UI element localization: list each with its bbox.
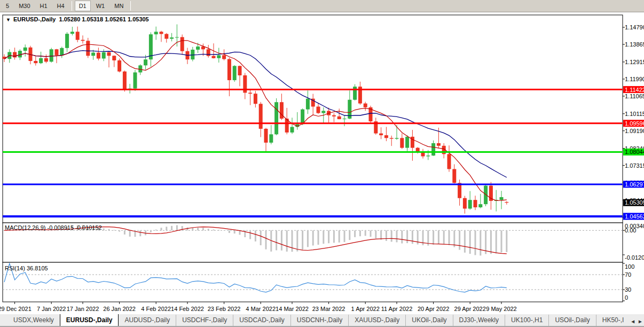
tab-usoil-daily[interactable]: USOil-,Daily [548,315,595,326]
toolbar-separator [130,1,131,11]
svg-text:1.12915: 1.12915 [625,59,644,65]
svg-text:26 Jan 2022: 26 Jan 2022 [103,306,136,312]
tab-hk50-i[interactable]: HK50-,I [596,315,630,326]
tab-usdchf-daily[interactable]: USDCHF-,Daily [176,315,233,326]
svg-text:14 Mar 2022: 14 Mar 2022 [276,306,309,312]
svg-text:70: 70 [625,271,631,278]
svg-text:1.07315: 1.07315 [625,162,644,169]
svg-text:1.04562: 1.04562 [625,213,644,220]
symbol-tab-bar: USDX,WeeklyEURUSD-,DailyAUDUSD-,DailyUSD… [0,314,644,327]
tab-dj30-weekly[interactable]: DJ30-,Weekly [453,315,505,326]
svg-text:4 Feb 2022: 4 Feb 2022 [141,306,171,312]
svg-text:1.05305: 1.05305 [625,199,644,206]
chart-panels [3,15,623,302]
timeframe-button-5[interactable]: 5 [2,1,13,11]
tab-usdcad-daily[interactable]: USDCAD-,Daily [233,315,290,326]
tab-scroll-right-button[interactable]: ► [638,318,643,324]
svg-text:14 Feb 2022: 14 Feb 2022 [171,306,204,312]
svg-text:-0.01205: -0.01205 [625,254,644,261]
chart-window[interactable]: 1.147901.138651.129151.119901.110651.101… [0,12,644,314]
tab-ukoil-daily[interactable]: UKOil-,Daily [405,315,452,326]
svg-text:17 Jan 2022: 17 Jan 2022 [67,306,99,312]
svg-text:100: 100 [625,263,634,270]
tab-scrollers: ◄ ► [628,318,643,324]
tab-usdcnh-daily[interactable]: USDCNH-,Daily [290,315,348,326]
date-axis[interactable]: 29 Dec 20217 Jan 202217 Jan 202226 Jan 2… [0,302,517,312]
svg-text:1.13865: 1.13865 [625,41,644,48]
timeframe-button-H1[interactable]: H1 [36,1,52,11]
timeframe-button-H4[interactable]: H4 [53,1,69,11]
svg-text:7 Jan 2022: 7 Jan 2022 [37,306,66,312]
tab-xauusd-daily[interactable]: XAUUSD-,Daily [348,315,405,326]
tab-scroll-left-button[interactable]: ◄ [630,318,635,324]
timeframe-toolbar: 5M30H1H4D1W1MN [0,0,644,12]
svg-text:1.10115: 1.10115 [625,111,644,117]
svg-text:1.11065: 1.11065 [625,93,644,99]
svg-text:0: 0 [625,294,628,301]
timeframe-button-D1[interactable]: D1 [75,1,91,11]
svg-text:23 Feb 2022: 23 Feb 2022 [208,306,241,312]
timeframe-button-MN[interactable]: MN [110,1,128,11]
timeframe-button-W1[interactable]: W1 [92,1,109,11]
svg-text:1.09596: 1.09596 [625,120,644,127]
timeframe-button-M30[interactable]: M30 [14,1,34,11]
svg-text:1.11990: 1.11990 [625,76,644,82]
svg-text:1.09190: 1.09190 [625,128,644,134]
tab-uk100-h1[interactable]: UK100-,H1 [505,315,548,326]
macd-axis[interactable]: 0.0034080.00-0.01205 [623,223,644,261]
chart-canvas[interactable]: 1.147901.138651.129151.119901.110651.101… [0,12,644,314]
svg-text:23 Mar 2022: 23 Mar 2022 [312,306,345,312]
svg-text:1.08044: 1.08044 [625,149,644,155]
svg-text:1.14790: 1.14790 [625,24,644,30]
svg-text:20 Apr 2022: 20 Apr 2022 [418,306,449,312]
svg-text:4 Mar 2022: 4 Mar 2022 [246,306,276,312]
tab-eurusd-daily[interactable]: EURUSD-,Daily [60,314,119,326]
svg-text:9 May 2022: 9 May 2022 [486,306,516,312]
svg-text:29 Apr 2022: 29 Apr 2022 [454,306,486,312]
svg-text:29 Dec 2021: 29 Dec 2021 [0,306,32,312]
price-axis[interactable]: 1.147901.138651.129151.119901.110651.101… [623,24,644,220]
rsi-axis[interactable]: 10070300 [623,263,634,301]
tab-audusd-daily[interactable]: AUDUSD-,Daily [119,315,176,326]
toolbar-separator [72,1,72,11]
svg-text:0.00: 0.00 [625,227,636,233]
tab-usdx-weekly[interactable]: USDX,Weekly [7,315,60,326]
svg-text:11 Apr 2022: 11 Apr 2022 [381,306,413,312]
svg-text:1 Apr 2022: 1 Apr 2022 [351,306,380,312]
svg-text:1.06297: 1.06297 [625,181,644,188]
svg-text:1.11422: 1.11422 [625,87,644,93]
svg-text:30: 30 [625,286,631,293]
